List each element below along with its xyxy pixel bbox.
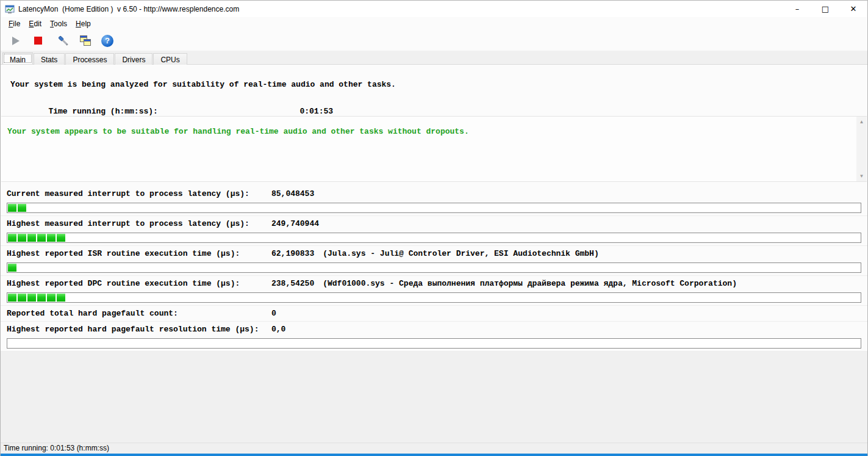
screwdriver-icon [57,34,70,48]
copy-report-button[interactable] [76,32,95,49]
stat-driver-info: (Wdf01000.sys - Среда выполнения платфор… [323,279,737,288]
bar-segment [8,204,16,212]
tab-processes[interactable]: Processes [65,53,114,65]
tab-strip: MainStatsProcessesDriversCPUs [1,51,867,65]
latency-stats-panel: Current measured interrupt to process la… [1,186,867,351]
analysis-summary-panel: Your system is being analyzed for suitab… [1,65,867,115]
latency-level-bar [7,203,861,213]
copy-report-icon [79,34,92,48]
bar-segment [47,294,56,302]
bar-segment [18,294,26,302]
window-controls: – □ ✕ [783,1,867,17]
latency-level-bar [7,338,861,349]
stat-row: Highest reported hard pagefault resoluti… [1,321,867,351]
start-monitor-button[interactable] [7,32,25,49]
stat-row: Highest reported DPC routine execution t… [1,275,867,305]
stop-monitor-button[interactable] [29,32,47,49]
bar-segment [27,234,36,242]
bar-segment [27,294,36,302]
bar-segment [47,234,56,242]
status-bar: Time running: 0:01:53 (h:mm:ss) [1,443,867,454]
tab-stats[interactable]: Stats [34,53,65,65]
stat-label: Highest reported hard pagefault resoluti… [7,325,271,335]
stat-label: Reported total hard pagefault count: [7,309,271,319]
tab-drivers[interactable]: Drivers [115,53,152,65]
minimize-button[interactable]: – [783,1,811,17]
play-icon [12,37,20,45]
scroll-up-icon[interactable]: ▲ [856,117,867,127]
window-accent-border [1,454,867,456]
menu-bar: FileEditToolsHelp [1,17,867,31]
time-running-value: 0:01:53 [299,107,333,116]
bar-segment [37,294,46,302]
stat-row: Reported total hard pagefault count:0 [1,305,867,321]
latency-level-bar [7,292,861,303]
stat-value: 249,740944 [271,219,319,228]
stat-row: Highest reported ISR routine execution t… [1,245,867,275]
stat-driver-info: (Jula.sys - Juli@ Controler Driver, ESI … [323,249,598,258]
bar-segment [18,204,26,212]
window-title: LatencyMon (Home Edition ) v 6.50 - http… [18,5,239,13]
stat-value: 0 [271,309,276,318]
verdict-scrollbar[interactable]: ▲ ▼ [856,117,867,181]
tab-main[interactable]: Main [2,52,33,64]
bar-segment [37,234,46,242]
empty-area [1,351,867,443]
toolbar: ? [1,31,867,51]
stat-value: 62,190833 [271,249,314,258]
latency-level-bar [7,262,861,273]
maximize-button[interactable]: □ [811,1,839,17]
bar-segment [57,234,65,242]
help-button[interactable]: ? [98,32,117,49]
stop-icon [34,37,42,45]
stat-row: Highest measured interrupt to process la… [1,215,867,245]
bar-segment [8,294,16,302]
help-icon: ? [101,35,113,47]
stat-value: 0,0 [271,325,285,334]
menu-file[interactable]: File [4,18,24,30]
menu-tools[interactable]: Tools [46,18,71,30]
analysis-status-line: Your system is being analyzed for suitab… [10,78,858,92]
edit-options-button[interactable] [54,32,73,49]
app-icon [5,4,15,14]
verdict-text: Your system appears to be suitable for h… [7,126,848,137]
latency-level-bar [7,233,861,243]
latencymon-window: LatencyMon (Home Edition ) v 6.50 - http… [0,0,868,456]
bar-segment [8,264,16,272]
close-button[interactable]: ✕ [839,1,867,17]
stat-row: Current measured interrupt to process la… [1,186,867,215]
menu-help[interactable]: Help [71,18,95,30]
stat-label: Highest measured interrupt to process la… [7,219,271,229]
main-tab-content: Your system is being analyzed for suitab… [1,65,867,443]
stat-label: Highest reported DPC routine execution t… [7,279,271,289]
bar-segment [8,234,16,242]
bar-segment [57,294,65,302]
verdict-panel: Your system appears to be suitable for h… [1,116,867,182]
stat-value: 238,54250 [271,279,314,288]
menu-edit[interactable]: Edit [24,18,46,30]
stat-label: Current measured interrupt to process la… [7,189,271,199]
stat-label: Highest reported ISR routine execution t… [7,249,271,259]
bar-segment [18,234,26,242]
tab-cpus[interactable]: CPUs [153,53,187,65]
title-bar: LatencyMon (Home Edition ) v 6.50 - http… [1,1,867,17]
scroll-down-icon[interactable]: ▼ [856,171,867,181]
stat-value: 85,048453 [271,189,314,198]
status-bar-text: Time running: 0:01:53 (h:mm:ss) [4,444,109,452]
